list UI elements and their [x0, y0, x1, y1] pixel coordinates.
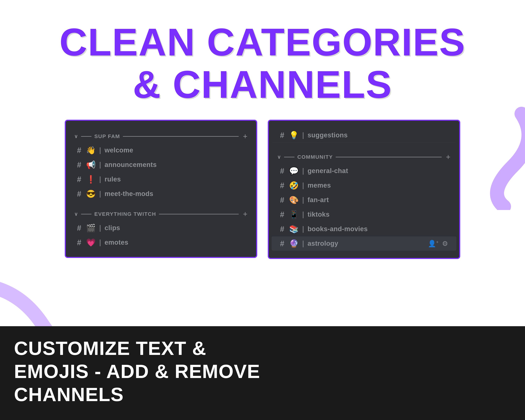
pipe-separator: |: [302, 240, 304, 247]
category-line-right: [123, 136, 239, 137]
fan-art-emoji: 🎨: [289, 196, 299, 204]
channel-memes-name: memes: [308, 182, 331, 189]
clips-emoji: 🎬: [86, 224, 96, 232]
pipe-separator: |: [302, 181, 304, 189]
category-sup-fam-label: SUP FAM: [94, 133, 120, 139]
channel-astrology-name: astrology: [308, 240, 338, 247]
channel-fan-art[interactable]: # 🎨 | fan-art: [272, 193, 456, 207]
channel-meet-the-mods[interactable]: # 😎 | meet-the-mods: [69, 187, 253, 201]
pipe-separator: |: [99, 175, 101, 183]
hash-icon: #: [280, 182, 286, 189]
announcements-emoji: 📢: [86, 161, 96, 169]
hash-icon: #: [77, 190, 83, 198]
books-emoji: 📚: [289, 225, 299, 233]
tiktoks-emoji: 📱: [289, 211, 299, 218]
pipe-separator: |: [302, 211, 304, 218]
pipe-separator: |: [302, 196, 304, 204]
mods-emoji: 😎: [86, 190, 96, 198]
hash-icon: #: [280, 131, 286, 139]
title-line2: & CHANNELS: [0, 63, 525, 106]
general-chat-emoji: 💬: [289, 167, 299, 175]
pipe-separator: |: [99, 161, 101, 169]
add-channel-community[interactable]: +: [446, 153, 451, 161]
hash-icon: #: [77, 224, 83, 232]
category-line-left: [81, 136, 92, 137]
channel-announcements-name: announcements: [104, 161, 157, 168]
chevron-icon: ∨: [74, 133, 78, 139]
pipe-separator: |: [99, 239, 101, 246]
channel-general-chat-name: general-chat: [308, 167, 348, 175]
hash-icon: #: [280, 167, 286, 175]
bottom-line1: CUSTOMIZE TEXT &: [14, 337, 206, 359]
category-line-left: [81, 214, 92, 214]
chevron-icon: ∨: [277, 154, 281, 160]
memes-emoji: 🤣: [289, 182, 299, 189]
channel-books-name: books-and-movies: [308, 225, 368, 233]
category-sup-fam[interactable]: ∨ SUP FAM +: [66, 128, 256, 143]
pipe-separator: |: [99, 224, 101, 232]
channel-actions: 👤+ ⚙: [428, 240, 448, 247]
right-panel: # 💡 | suggestions ∨ COMMUNITY + # 💬 | ge…: [268, 120, 460, 259]
pipe-separator: |: [302, 131, 304, 139]
channel-suggestions-name: suggestions: [308, 131, 347, 139]
hash-icon: #: [280, 211, 286, 218]
channel-books-and-movies[interactable]: # 📚 | books-and-movies: [272, 222, 456, 236]
hash-icon: #: [77, 239, 83, 246]
suggestions-emoji: 💡: [289, 131, 299, 139]
hash-icon: #: [280, 196, 286, 204]
channel-suggestions[interactable]: # 💡 | suggestions: [272, 128, 456, 143]
channel-emotes-name: emotes: [104, 239, 128, 246]
channel-clips[interactable]: # 🎬 | clips: [69, 221, 253, 235]
channel-welcome[interactable]: # 👋 | welcome: [69, 143, 253, 157]
bottom-line3: CHANNELS: [14, 384, 124, 405]
channel-memes[interactable]: # 🤣 | memes: [272, 178, 456, 193]
category-line-left: [284, 157, 295, 157]
welcome-emoji: 👋: [86, 147, 96, 154]
channel-emotes[interactable]: # 💗 | emotes: [69, 235, 253, 250]
category-twitch-label: EVERYTHING TWITCH: [94, 211, 156, 217]
channel-clips-name: clips: [104, 224, 120, 232]
pipe-separator: |: [302, 225, 304, 233]
bottom-banner: CUSTOMIZE TEXT & EMOJIS - ADD & REMOVE C…: [0, 326, 525, 420]
main-title: CLEAN CATEGORIES & CHANNELS: [0, 0, 525, 120]
bottom-line2: EMOJIS - ADD & REMOVE: [14, 361, 260, 382]
chevron-icon: ∨: [74, 211, 78, 217]
channel-general-chat[interactable]: # 💬 | general-chat: [272, 164, 456, 178]
pipe-separator: |: [99, 190, 101, 198]
title-line1: CLEAN CATEGORIES: [0, 21, 525, 63]
left-panel: ∨ SUP FAM + # 👋 | welcome # 📢 | announce…: [65, 120, 257, 258]
channel-astrology[interactable]: # 🔮 | astrology 👤+ ⚙: [272, 236, 456, 251]
rules-emoji: ❗: [86, 176, 96, 183]
hash-icon: #: [280, 225, 286, 233]
channel-mods-name: meet-the-mods: [104, 190, 153, 197]
hash-icon: #: [280, 240, 286, 247]
add-channel-twitch[interactable]: +: [243, 210, 248, 218]
emotes-emoji: 💗: [86, 239, 96, 246]
channel-rules[interactable]: # ❗ | rules: [69, 172, 253, 186]
hash-icon: #: [77, 147, 83, 154]
channel-tiktoks[interactable]: # 📱 | tiktoks: [272, 207, 456, 222]
astrology-emoji: 🔮: [289, 240, 299, 247]
category-line-right: [336, 157, 442, 157]
channel-rules-name: rules: [104, 176, 121, 183]
pipe-separator: |: [99, 146, 101, 154]
category-everything-twitch[interactable]: ∨ EVERYTHING TWITCH +: [66, 205, 256, 221]
channel-tiktoks-name: tiktoks: [308, 211, 329, 218]
channel-announcements[interactable]: # 📢 | announcements: [69, 158, 253, 172]
category-line-right: [159, 214, 239, 214]
settings-gear-icon[interactable]: ⚙: [442, 240, 448, 247]
panels-container: ∨ SUP FAM + # 👋 | welcome # 📢 | announce…: [0, 120, 525, 259]
channel-welcome-name: welcome: [104, 147, 133, 154]
add-channel-sup-fam[interactable]: +: [243, 132, 248, 141]
hash-icon: #: [77, 176, 83, 183]
category-community-label: COMMUNITY: [297, 154, 333, 160]
bottom-text: CUSTOMIZE TEXT & EMOJIS - ADD & REMOVE C…: [14, 337, 511, 406]
add-member-icon[interactable]: 👤+: [428, 240, 439, 247]
category-community[interactable]: ∨ COMMUNITY +: [269, 149, 459, 163]
channel-fan-art-name: fan-art: [308, 196, 329, 204]
pipe-separator: |: [302, 167, 304, 175]
hash-icon: #: [77, 161, 83, 169]
